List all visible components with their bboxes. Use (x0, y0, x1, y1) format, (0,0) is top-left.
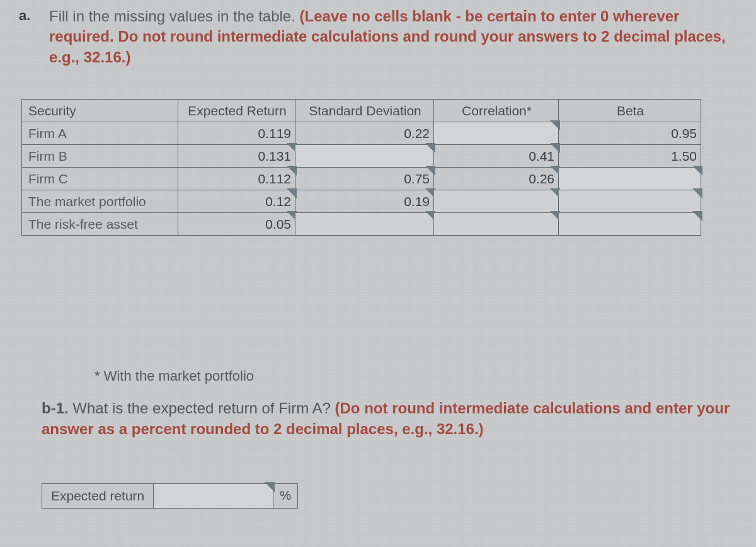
std-dev-input[interactable] (295, 145, 434, 168)
std-dev-cell: 0.22 (295, 122, 434, 145)
correlation-input[interactable] (434, 122, 559, 145)
std-dev-cell: 0.75 (295, 168, 434, 190)
std-dev-input (295, 213, 434, 236)
input-marker-icon (692, 166, 702, 176)
security-name: Firm B (22, 145, 178, 168)
securities-table: Security Expected Return Standard Deviat… (21, 99, 701, 236)
security-name: The risk-free asset (22, 213, 178, 236)
answer-label: Expected return (42, 483, 154, 509)
correlation-cell: 0.26 (434, 168, 559, 190)
beta-cell: 0.95 (559, 122, 701, 145)
table-row: Firm C0.1120.750.26 (22, 168, 701, 190)
table-row: The risk-free asset0.05 (22, 213, 701, 236)
correlation-input (434, 190, 559, 213)
svg-marker-11 (692, 188, 702, 199)
beta-input (559, 213, 701, 236)
svg-marker-3 (550, 143, 560, 153)
input-marker-icon (550, 120, 560, 130)
expected-return-cell: 0.12 (178, 190, 295, 213)
svg-marker-0 (550, 120, 560, 130)
input-marker-icon (265, 482, 275, 492)
part-a-label: a. (19, 6, 34, 24)
correlation-cell: 0.41 (434, 145, 559, 168)
table-footnote: * With the market portfolio (94, 368, 737, 384)
std-dev-cell: 0.19 (295, 190, 434, 213)
answer-unit: % (273, 483, 298, 509)
part-b1-label: b-1. (42, 400, 69, 417)
col-security: Security (22, 100, 178, 122)
expected-return-cell: 0.131 (178, 145, 295, 168)
svg-marker-15 (692, 211, 702, 221)
table-header-row: Security Expected Return Standard Deviat… (22, 100, 701, 122)
part-b1-prompt: b-1. What is the expected return of Firm… (42, 398, 737, 439)
expected-return-answer: Expected return % (42, 483, 737, 509)
expected-return-cell: 0.05 (178, 213, 295, 236)
page: a. Fill in the missing values in the tab… (0, 0, 756, 547)
beta-cell: 1.50 (559, 145, 701, 168)
prompt-lead: Fill in the missing values in the table. (49, 8, 295, 25)
table-row: Firm B0.1310.411.50 (22, 145, 701, 168)
security-name: The market portfolio (22, 190, 178, 213)
svg-marker-16 (265, 482, 275, 492)
part-b1-question: What is the expected return of Firm A? (69, 400, 335, 417)
table-row: Firm A0.1190.220.95 (22, 122, 701, 145)
svg-marker-7 (692, 166, 702, 176)
table-body: Firm A0.1190.220.95Firm B0.1310.411.50Fi… (22, 122, 701, 236)
security-name: Firm A (22, 122, 178, 145)
col-correlation: Correlation* (434, 100, 559, 122)
col-beta: Beta (559, 100, 701, 122)
correlation-input (434, 213, 559, 236)
expected-return-input[interactable] (154, 483, 273, 509)
expected-return-cell: 0.119 (178, 122, 295, 145)
beta-input (559, 190, 701, 213)
security-name: Firm C (22, 168, 178, 190)
input-marker-icon (550, 143, 560, 153)
table-row: The market portfolio0.120.19 (22, 190, 701, 213)
part-a-text: Fill in the missing values in the table.… (49, 6, 737, 67)
input-marker-icon (692, 188, 702, 199)
part-a-prompt: a. Fill in the missing values in the tab… (19, 6, 737, 67)
input-marker-icon (692, 211, 702, 221)
beta-input[interactable] (559, 168, 701, 190)
col-expected-return: Expected Return (178, 100, 295, 122)
expected-return-cell: 0.112 (178, 168, 295, 190)
col-std-dev: Standard Deviation (295, 100, 434, 122)
